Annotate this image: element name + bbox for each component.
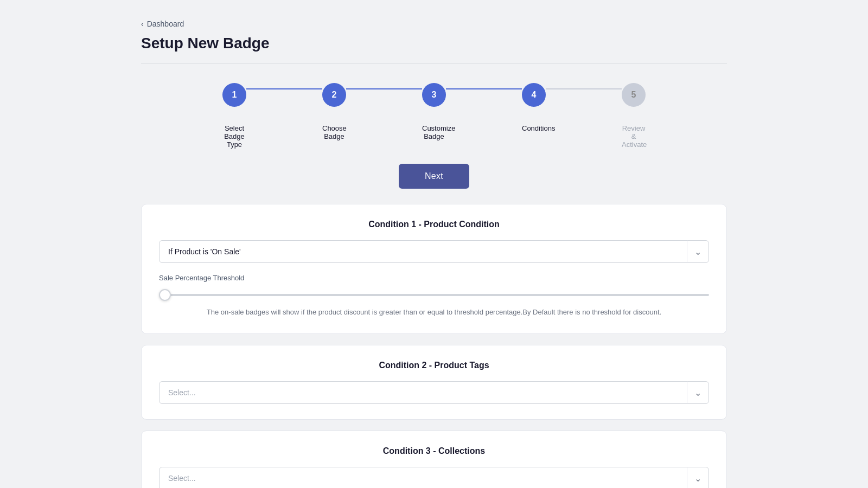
connector-2-3 — [346, 88, 422, 89]
step-circle-2: 2 — [322, 83, 346, 107]
slider-section: Sale Percentage Threshold The on-sale ba… — [159, 274, 709, 318]
percentage-slider[interactable] — [159, 294, 709, 296]
stepper: 1 2 3 4 — [141, 83, 727, 107]
step-label-5: Review & Activate — [622, 124, 646, 149]
step-2: 2 — [322, 83, 346, 107]
step-1: 1 — [222, 83, 246, 107]
step-label-1: Select Badge Type — [222, 124, 246, 149]
condition-1-title: Condition 1 - Product Condition — [159, 220, 709, 229]
connector-4-5 — [546, 88, 622, 89]
slider-container — [159, 288, 709, 298]
condition-3-select-wrapper: Select... ⌄ — [159, 467, 709, 488]
step-3: 3 — [422, 83, 446, 107]
title-divider — [141, 63, 727, 63]
slider-info: The on-sale badges will show if the prod… — [159, 307, 709, 318]
connector-3-4 — [446, 88, 522, 89]
condition-2-card: Condition 2 - Product Tags Select... ⌄ — [141, 345, 727, 420]
steps-row: 1 2 3 4 — [141, 83, 727, 107]
condition-3-card: Condition 3 - Collections Select... ⌄ — [141, 431, 727, 488]
back-icon: ‹ — [141, 20, 144, 28]
condition-1-select-wrapper: If Product is 'On Sale' ⌄ — [159, 240, 709, 263]
step-circle-5: 5 — [622, 83, 646, 107]
step-label-2: Choose Badge — [322, 124, 346, 140]
step-circle-1: 1 — [222, 83, 246, 107]
step-label-4: Conditions — [522, 124, 546, 132]
step-5: 5 — [622, 83, 646, 107]
connector-1-2 — [246, 88, 322, 89]
select-divider-2 — [687, 381, 687, 404]
condition-3-dropdown[interactable]: Select... — [159, 467, 709, 488]
slider-label: Sale Percentage Threshold — [159, 274, 709, 282]
select-divider-3 — [687, 467, 687, 488]
next-button-container: Next — [141, 164, 727, 189]
condition-2-dropdown[interactable]: Select... — [159, 381, 709, 404]
step-circle-4: 4 — [522, 83, 546, 107]
breadcrumb-label: Dashboard — [147, 20, 184, 28]
select-divider-1 — [687, 240, 687, 263]
condition-1-card: Condition 1 - Product Condition If Produ… — [141, 204, 727, 334]
step-4: 4 — [522, 83, 546, 107]
condition-3-title: Condition 3 - Collections — [159, 446, 709, 456]
step-circle-3: 3 — [422, 83, 446, 107]
step-label-3: Customize Badge — [422, 124, 446, 140]
condition-2-title: Condition 2 - Product Tags — [159, 361, 709, 370]
next-button[interactable]: Next — [399, 164, 469, 189]
condition-2-select-wrapper: Select... ⌄ — [159, 381, 709, 404]
breadcrumb[interactable]: ‹ Dashboard — [141, 20, 727, 28]
condition-1-dropdown[interactable]: If Product is 'On Sale' — [159, 240, 709, 263]
page-title: Setup New Badge — [141, 35, 727, 52]
